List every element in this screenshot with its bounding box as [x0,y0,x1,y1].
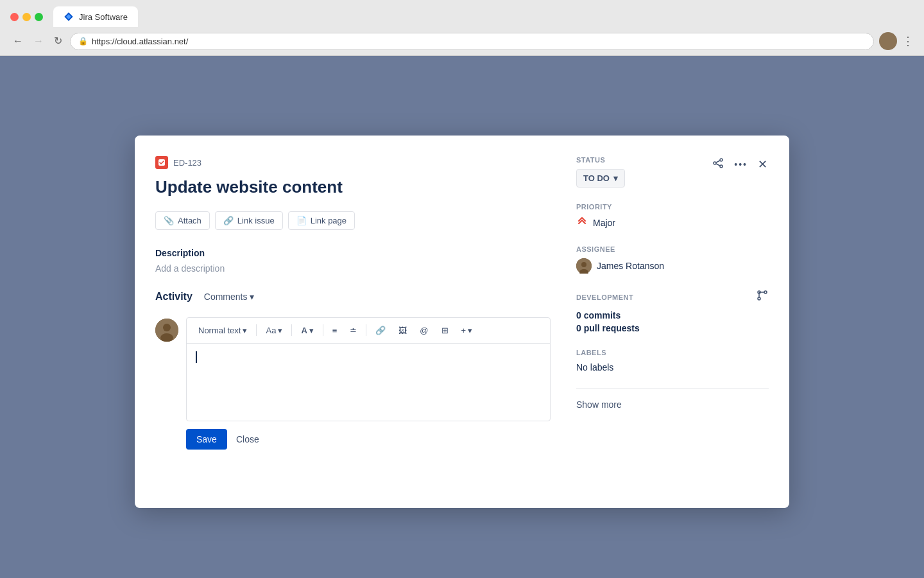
editor-actions: Save Close [186,429,551,450]
assignee-section-label: ASSIGNEE [576,245,769,253]
editor-container: Normal text ▾ Aa ▾ A ▾ [186,317,551,421]
left-panel: ED-123 Update website content 📎 Attach 🔗… [155,156,551,487]
unordered-list-button[interactable]: ≡ [327,323,343,338]
svg-point-0 [720,159,723,161]
priority-row: Major [576,216,769,230]
svg-point-7 [163,324,171,331]
development-section: DEVELOPMENT 0 commits [576,289,769,333]
browser-toolbar: ← → ↻ 🔒 https://cloud.atlassian.net/ ⋮ [0,27,924,55]
link-button[interactable]: 🔗 [370,323,391,338]
assignee-name: James Rotanson [597,261,664,271]
browser-titlebar: Jira Software [0,0,924,27]
close-icon: ✕ [758,158,767,171]
attach-icon: 📎 [164,216,174,225]
avatar-svg [155,319,178,342]
mention-icon: @ [420,326,428,335]
description-placeholder[interactable]: Add a description [155,263,551,274]
main-content: ••• ✕ ED-123 Update website content [0,56,924,578]
pr-label: pull requests [584,323,640,333]
priority-value: Major [593,218,615,228]
browser-profile-avatar[interactable] [879,32,897,50]
browser-chrome: Jira Software ← → ↻ 🔒 https://cloud.atla… [0,0,924,56]
issue-type-icon [155,156,168,169]
image-button[interactable]: 🖼 [393,323,412,338]
font-size-dropdown[interactable]: Aa ▾ [261,323,287,338]
attach-button[interactable]: 📎 Attach [155,211,210,230]
assignee-avatar [576,258,592,274]
svg-point-1 [720,165,723,168]
text-style-label: Normal text [198,326,241,335]
svg-line-3 [716,161,720,162]
priority-icon [576,216,588,230]
description-label: Description [155,248,551,258]
link-page-button[interactable]: 📄 Link page [288,211,355,230]
save-button[interactable]: Save [186,429,227,450]
cancel-comment-button[interactable]: Close [234,429,262,450]
text-style-dropdown[interactable]: Normal text ▾ [193,323,252,338]
priority-section-label: PRIORITY [576,203,769,211]
issue-title: Update website content [155,177,551,198]
font-color-dropdown[interactable]: A ▾ [296,323,318,338]
status-chevron-icon: ▾ [613,173,618,183]
link-issue-icon: 🔗 [223,216,234,225]
reload-button[interactable]: ↻ [51,35,65,48]
link-toolbar-icon: 🔗 [375,326,386,335]
forward-button[interactable]: → [31,35,46,48]
priority-section: PRIORITY Major [576,203,769,230]
text-style-chevron-icon: ▾ [243,326,247,335]
issue-id-row: ED-123 [155,156,551,169]
story-icon [158,159,166,166]
editor-body[interactable] [187,344,550,421]
activity-label: Activity [155,291,193,302]
traffic-lights [10,13,43,21]
font-color-chevron-icon: ▾ [309,326,314,335]
table-button[interactable]: ⊞ [436,323,454,338]
sidebar-divider [576,389,769,389]
fullscreen-traffic-light[interactable] [35,13,43,21]
major-priority-icon [576,216,588,227]
more-icon: ••• [734,159,748,170]
development-section-label: DEVELOPMENT [576,293,633,301]
assignee-section: ASSIGNEE James Rotanson [576,245,769,274]
browser-menu-button[interactable]: ⋮ [902,34,914,48]
svg-point-10 [581,262,586,267]
more-toolbar-button[interactable]: + ▾ [456,323,478,338]
create-branch-icon[interactable] [756,289,769,305]
editor-toolbar: Normal text ▾ Aa ▾ A ▾ [187,318,550,344]
svg-line-4 [716,164,720,166]
font-aa-label: Aa [266,326,276,335]
commits-count: 0 [576,310,581,320]
ordered-list-icon: ≐ [350,326,357,335]
mention-button[interactable]: @ [415,323,433,338]
minimize-traffic-light[interactable] [22,13,31,21]
address-bar[interactable]: 🔒 https://cloud.atlassian.net/ [70,33,874,50]
show-more-button[interactable]: Show more [576,399,769,410]
close-traffic-light[interactable] [10,13,19,21]
commits-label: commits [584,310,621,320]
comments-dropdown[interactable]: Comments ▾ [199,289,260,304]
toolbar-sep-2 [291,324,292,336]
link-issue-button[interactable]: 🔗 Link issue [215,211,283,230]
toolbar-sep-3 [323,324,323,336]
unordered-list-icon: ≡ [332,326,338,335]
browser-tab[interactable]: Jira Software [53,6,138,27]
branch-icon [756,289,769,302]
share-icon [712,157,724,169]
status-dropdown[interactable]: TO DO ▾ [576,169,625,188]
status-value: TO DO [583,173,610,183]
svg-point-14 [764,291,767,293]
jira-logo-icon [64,12,74,22]
plus-chevron-icon: ▾ [468,326,472,335]
more-options-button[interactable]: ••• [730,155,751,173]
svg-point-2 [714,162,716,164]
tab-title: Jira Software [79,12,128,22]
share-button[interactable] [708,153,728,175]
back-button[interactable]: ← [10,35,26,48]
image-icon: 🖼 [398,326,407,335]
commits-stat: 0 commits [576,310,769,320]
close-modal-button[interactable]: ✕ [754,155,771,174]
ordered-list-button[interactable]: ≐ [345,323,362,338]
svg-point-13 [758,297,760,300]
url-text: https://cloud.atlassian.net/ [92,37,188,46]
font-color-icon: A [301,326,307,335]
